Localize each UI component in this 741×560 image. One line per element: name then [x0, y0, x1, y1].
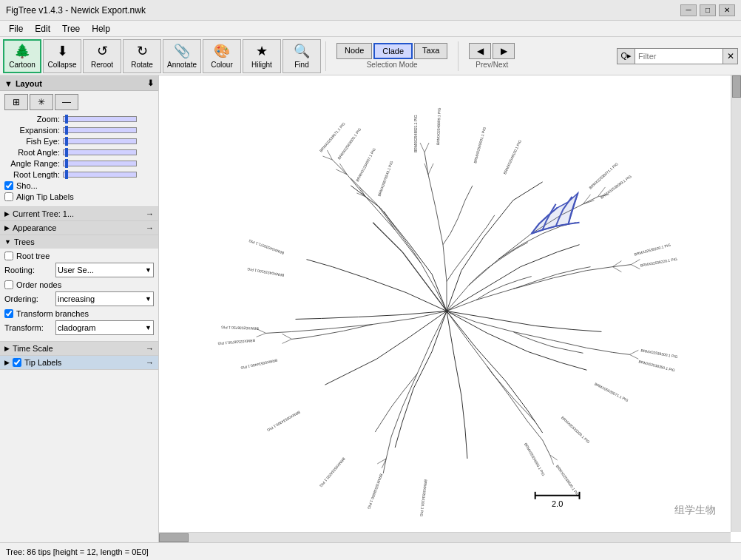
ordering-row: Ordering: increasing ▼: [4, 291, 154, 306]
layout-content: ⊞ ✳ — Zoom: Expansion:: [0, 91, 158, 206]
prev-button[interactable]: ◀: [469, 43, 491, 59]
transform-label: Transform:: [4, 323, 53, 332]
zoom-slider[interactable]: [63, 116, 137, 122]
current-tree-arrow: ▶: [4, 210, 10, 217]
menu-help[interactable]: Help: [86, 22, 116, 36]
expansion-row: Expansion:: [4, 126, 154, 135]
menu-tree[interactable]: Tree: [56, 22, 86, 36]
filter-input[interactable]: [635, 48, 723, 64]
fish-eye-slider[interactable]: [63, 138, 137, 144]
taxon-label: BRMX05533200.1 PIG: [561, 415, 591, 444]
hilight-icon: ★: [256, 43, 268, 59]
tree-svg: BRMX02539071.1 PIG BRMX02563505.1 PIG BR…: [159, 75, 731, 532]
restore-button[interactable]: □: [700, 4, 716, 16]
align-tip-labels-checkbox[interactable]: [4, 192, 13, 201]
expansion-label: Expansion:: [4, 126, 60, 135]
hilight-label: Hilight: [251, 61, 272, 69]
trees-content: Root tree Rooting: User Se... ▼ Order no…: [0, 249, 158, 341]
layout-radial-button[interactable]: ✳: [30, 94, 53, 110]
root-tree-label: Root tree: [16, 252, 50, 260]
show-row: Sho...: [4, 181, 154, 190]
taxon-label: BRMX05534300.1 PIG: [266, 410, 301, 433]
filter-prefix: Q▸: [617, 48, 635, 64]
align-tip-labels-row: Align Tip Labels: [4, 192, 154, 201]
tree-container[interactable]: BRMX02539071.1 PIG BRMX02563505.1 PIG BR…: [159, 75, 731, 532]
transform-dropdown[interactable]: cladogram ▼: [55, 320, 154, 335]
trees-header[interactable]: ▼ Trees: [0, 235, 158, 249]
hilight-button[interactable]: ★ Hilight: [243, 39, 281, 73]
reroot-button[interactable]: ↺ Reroot: [83, 39, 121, 73]
annotate-icon: 📎: [174, 43, 190, 59]
scroll-thumb-vertical[interactable]: [732, 75, 741, 98]
layout-linear-button[interactable]: —: [55, 94, 78, 110]
svg-line-31: [282, 334, 292, 339]
show-label: Sho...: [16, 181, 38, 190]
root-length-slider[interactable]: [63, 172, 137, 178]
tip-labels-header[interactable]: ▶ Tip Labels →: [0, 356, 158, 369]
close-button[interactable]: ✕: [719, 4, 735, 16]
taxon-label: BRMX02538300.1 PIG: [640, 348, 678, 359]
time-scale-header[interactable]: ▶ Time Scale →: [0, 342, 158, 355]
transform-value: cladogram: [58, 323, 95, 332]
show-checkbox[interactable]: [4, 181, 13, 190]
time-scale-section: ▶ Time Scale →: [0, 342, 158, 356]
expansion-slider[interactable]: [63, 127, 137, 133]
rooting-value: User Se...: [58, 266, 94, 274]
scroll-thumb-horizontal[interactable]: [159, 533, 189, 542]
root-angle-row: Root Angle:: [4, 148, 154, 157]
menu-file[interactable]: File: [3, 22, 29, 36]
taxon-label: BRMX05534000.1 PIG: [524, 442, 547, 477]
colour-button[interactable]: 🎨 Colour: [203, 39, 241, 73]
svg-line-28: [257, 333, 266, 337]
layout-grid-button[interactable]: ⊞: [4, 94, 28, 110]
filter-clear-button[interactable]: ✕: [723, 48, 738, 64]
app-title: FigTree v1.4.3 - Newick Export.nwk: [6, 5, 146, 16]
root-angle-slider[interactable]: [63, 149, 137, 155]
colour-icon: 🎨: [214, 43, 230, 59]
rooting-row: Rooting: User Se... ▼: [4, 263, 154, 277]
angle-range-slider[interactable]: [63, 161, 137, 166]
svg-line-22: [629, 354, 638, 359]
rotate-icon: ↻: [137, 43, 148, 59]
clade-selection-button[interactable]: Clade: [373, 43, 413, 59]
layout-header[interactable]: ▼ Layout ⬇: [0, 75, 158, 91]
horizontal-scrollbar[interactable]: [159, 532, 731, 542]
appearance-icon: →: [146, 223, 154, 232]
vertical-scrollbar[interactable]: [731, 75, 741, 532]
collapse-button[interactable]: ⬇ Collapse: [43, 39, 81, 73]
fish-eye-row: Fish Eye:: [4, 137, 154, 146]
zoom-row: Zoom:: [4, 115, 154, 124]
tip-labels-title: Tip Labels: [24, 358, 61, 367]
ordering-dropdown[interactable]: increasing ▼: [55, 291, 154, 306]
root-length-label: Root Length:: [4, 170, 60, 179]
rotate-button[interactable]: ↻ Rotate: [123, 39, 161, 73]
root-tree-checkbox[interactable]: [4, 252, 13, 260]
appearance-header[interactable]: ▶ Appearance →: [0, 221, 158, 235]
menu-edit[interactable]: Edit: [29, 22, 56, 36]
prevnext-buttons: ◀ ▶: [469, 43, 515, 59]
transform-row: Transform: cladogram ▼: [4, 320, 154, 335]
trees-arrow: ▼: [4, 238, 11, 246]
current-tree-header[interactable]: ▶ Current Tree: 1... →: [0, 207, 158, 220]
taxon-label: BRMX09876543.1 PIG: [377, 161, 394, 198]
tip-labels-checkbox[interactable]: [13, 358, 21, 367]
minimize-button[interactable]: ─: [680, 4, 697, 16]
selection-mode-group: Node Clade Taxa Selection Mode: [336, 43, 447, 69]
order-nodes-checkbox[interactable]: [4, 280, 13, 289]
node-selection-button[interactable]: Node: [336, 43, 372, 59]
cartoon-button[interactable]: 🌲 Cartoon: [3, 39, 41, 73]
svg-line-6: [327, 150, 332, 160]
rooting-dropdown[interactable]: User Se... ▼: [55, 263, 154, 277]
next-button[interactable]: ▶: [493, 43, 515, 59]
taxa-selection-button[interactable]: Taxa: [414, 43, 447, 59]
root-length-row: Root Length:: [4, 170, 154, 179]
find-button[interactable]: 🔍 Find: [282, 39, 321, 73]
svg-line-30: [282, 339, 292, 343]
root-angle-label: Root Angle:: [4, 148, 60, 157]
annotate-button[interactable]: 📎 Annotate: [163, 39, 201, 73]
transform-branches-checkbox[interactable]: [4, 309, 13, 318]
time-scale-icon: →: [146, 344, 154, 353]
rooting-arrow: ▼: [145, 266, 152, 274]
taxon-label: BRMX02549001.1 PIG: [473, 126, 487, 164]
statusbar: Tree: 86 tips [height = 12, length = 0E0…: [0, 542, 741, 560]
